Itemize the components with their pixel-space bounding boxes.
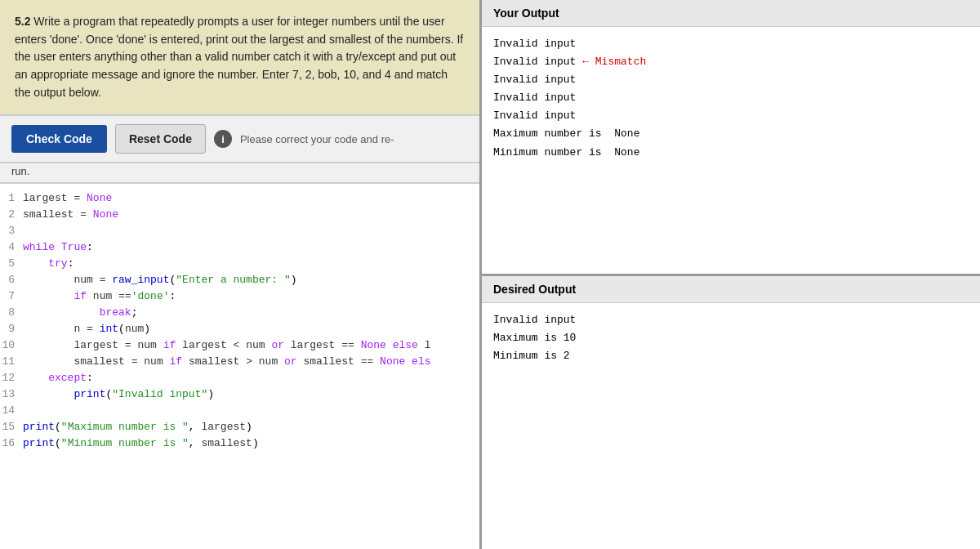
- desired-output-header: Desired Output: [482, 276, 980, 303]
- mismatch-label: ← Mismatch: [582, 56, 646, 68]
- main-container: 5.2 Write a program that repeatedly prom…: [0, 0, 980, 549]
- code-line: 11 smallest = num if smallest > num or s…: [0, 354, 479, 370]
- code-area[interactable]: 1 largest = None 2 smallest = None 3 4 w…: [0, 184, 479, 549]
- code-line: 7 if num =='done':: [0, 288, 479, 305]
- problem-number: 5.2: [15, 15, 30, 28]
- output-line: Maximum number is None: [493, 125, 969, 143]
- info-icon[interactable]: i: [214, 130, 232, 148]
- code-line: 9 n = int(num): [0, 321, 479, 337]
- code-line: 4 while True:: [0, 239, 479, 256]
- reset-code-button[interactable]: Reset Code: [115, 124, 206, 154]
- your-output-content[interactable]: Invalid input Invalid input ← Mismatch I…: [482, 27, 980, 274]
- desired-line: Maximum is 10: [493, 329, 969, 347]
- toolbar: Check Code Reset Code i Please correct y…: [0, 116, 479, 163]
- code-line: 1 largest = None: [0, 190, 479, 207]
- output-line: Minimum number is None: [493, 144, 969, 162]
- code-line: 16 print("Minimum number is ", smallest): [0, 435, 479, 452]
- desired-line: Invalid input: [493, 311, 969, 329]
- your-output-header: Your Output: [482, 0, 980, 27]
- code-line: 12 except:: [0, 370, 479, 386]
- desired-output-section: Desired Output Invalid input Maximum is …: [482, 276, 980, 550]
- code-line: 10 largest = num if largest < num or lar…: [0, 337, 479, 354]
- code-line: 13 print("Invalid input"): [0, 386, 479, 403]
- desired-output-content[interactable]: Invalid input Maximum is 10 Minimum is 2: [482, 303, 980, 550]
- code-line: 8 break;: [0, 305, 479, 321]
- output-line: Invalid input: [493, 71, 969, 89]
- output-line: Invalid input: [493, 35, 969, 53]
- code-line: 5 try:: [0, 256, 479, 272]
- problem-text: Write a program that repeatedly prompts …: [15, 15, 463, 99]
- message-text: Please correct your code and re-: [240, 133, 468, 145]
- check-code-button[interactable]: Check Code: [11, 125, 107, 153]
- code-line: 6 num = raw_input("Enter a number: "): [0, 272, 479, 288]
- output-line-mismatch: Invalid input ← Mismatch: [493, 53, 969, 71]
- output-line: Invalid input: [493, 107, 969, 125]
- left-panel: 5.2 Write a program that repeatedly prom…: [0, 0, 482, 549]
- code-line: 2 smallest = None: [0, 207, 479, 223]
- run-message: run.: [0, 163, 479, 184]
- code-line: 14: [0, 403, 479, 419]
- code-line: 15 print("Maximum number is ", largest): [0, 419, 479, 435]
- code-line: 3: [0, 223, 479, 239]
- output-line: Invalid input: [493, 89, 969, 107]
- your-output-section: Your Output Invalid input Invalid input …: [482, 0, 980, 276]
- desired-line: Minimum is 2: [493, 347, 969, 365]
- right-panel: Your Output Invalid input Invalid input …: [482, 0, 980, 549]
- problem-description: 5.2 Write a program that repeatedly prom…: [0, 0, 479, 116]
